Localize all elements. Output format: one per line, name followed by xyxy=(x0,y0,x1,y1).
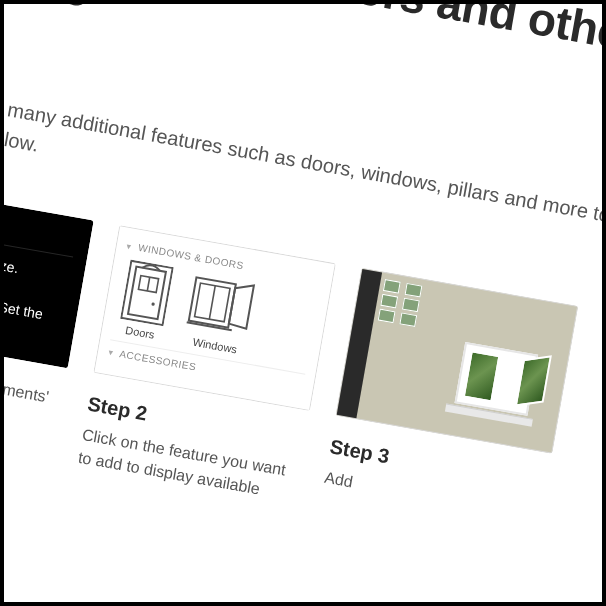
window-icon-label: Windows xyxy=(192,336,238,356)
thumbnail[interactable] xyxy=(380,294,398,309)
chevron-down-icon: ▾ xyxy=(126,241,133,252)
thumbnail[interactable] xyxy=(401,298,419,313)
room-elements-header: Room elements xyxy=(0,195,78,258)
room-render xyxy=(335,268,578,454)
window-frame xyxy=(454,342,538,416)
thumbnail[interactable] xyxy=(404,283,422,298)
render-thumbnails xyxy=(378,279,425,327)
door-icon xyxy=(120,260,174,327)
step-2: ▾ WINDOWS & DOORS xyxy=(76,225,336,507)
windows-option[interactable]: Windows xyxy=(182,271,258,357)
room-elements-card: Room elements Choose the room size. Conf… xyxy=(0,183,94,369)
window-icon xyxy=(185,271,258,341)
svg-rect-0 xyxy=(121,261,172,325)
thumbnail[interactable] xyxy=(378,309,396,324)
svg-line-3 xyxy=(147,277,149,291)
panel-section-label: ACCESSORIES xyxy=(119,348,197,372)
thumbnail[interactable] xyxy=(383,279,401,294)
render-sidebar xyxy=(337,269,382,418)
chevron-down-icon: ▾ xyxy=(107,347,114,358)
window-pane-left xyxy=(463,350,501,402)
step-1: Room elements Choose the room size. Conf… xyxy=(0,183,94,434)
thumbnail[interactable] xyxy=(399,313,417,328)
svg-point-4 xyxy=(151,303,155,307)
window-pane-right xyxy=(515,355,552,406)
placed-window xyxy=(443,341,551,436)
step-3: Step 3 Add xyxy=(323,268,579,527)
windows-doors-panel: ▾ WINDOWS & DOORS xyxy=(93,225,336,411)
svg-rect-1 xyxy=(128,267,166,319)
doors-option[interactable]: Doors xyxy=(117,260,174,342)
door-icon-label: Doors xyxy=(124,324,155,341)
svg-line-7 xyxy=(209,286,215,319)
svg-marker-8 xyxy=(228,282,253,328)
